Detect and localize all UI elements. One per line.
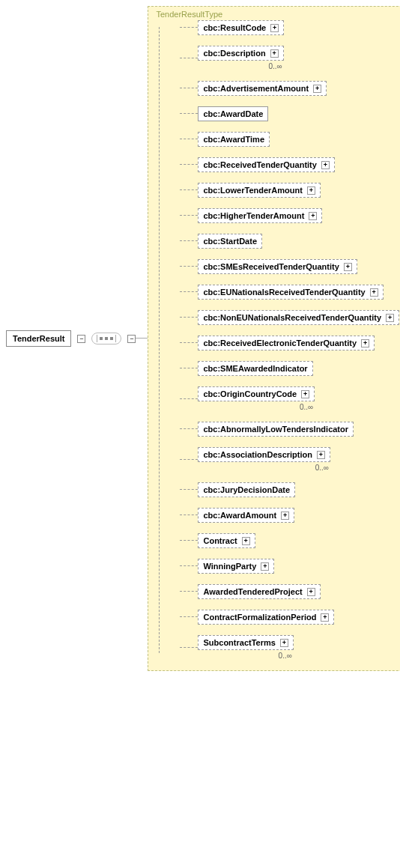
element-label: SubcontractTerms <box>203 638 275 647</box>
element-node[interactable]: cbc:AdvertisementAmount+ <box>198 81 327 96</box>
expand-icon[interactable]: + <box>370 288 378 297</box>
element-node[interactable]: cbc:AwardTime <box>198 132 270 147</box>
cardinality-label: 0..∞ <box>279 652 294 660</box>
element-node[interactable]: WinningParty+ <box>198 559 274 574</box>
expand-icon[interactable]: + <box>301 390 309 398</box>
element-node[interactable]: cbc:OriginCountryCode+ <box>198 386 315 401</box>
type-label: TenderResultType <box>156 10 222 19</box>
expand-icon[interactable]: + <box>321 161 330 169</box>
element-node[interactable]: SubcontractTerms+ <box>198 635 293 650</box>
element-label: cbc:ResultCode <box>203 23 266 32</box>
element-node[interactable]: cbc:ReceivedTenderQuantity+ <box>198 157 334 172</box>
expand-icon[interactable]: + <box>270 24 279 32</box>
root-connector: − − <box>77 333 148 345</box>
element-node[interactable]: AwardedTenderedProject+ <box>198 584 320 599</box>
node-wrap: cbc:AbnormallyLowTendersIndicator <box>198 422 354 437</box>
element-label: cbc:SMEAwardedIndicator <box>203 364 307 373</box>
element-node[interactable]: cbc:NonEUNationalsReceivedTenderQuantity… <box>198 310 399 325</box>
child-row: cbc:ReceivedTenderQuantity+ <box>180 157 400 172</box>
element-node[interactable]: cbc:EUNationalsReceivedTenderQuantity+ <box>198 285 383 300</box>
element-node[interactable]: Contract+ <box>198 533 255 548</box>
connector-line <box>180 317 198 318</box>
child-row: cbc:ReceivedElectronicTenderQuantity+ <box>180 336 400 350</box>
child-row: AwardedTenderedProject+ <box>180 584 400 599</box>
connector-line <box>180 27 198 28</box>
expand-icon[interactable]: + <box>309 212 317 220</box>
element-node[interactable]: cbc:StartDate <box>198 234 262 249</box>
element-label: WinningParty <box>203 562 256 571</box>
expand-icon[interactable]: + <box>307 588 315 596</box>
expand-icon[interactable]: + <box>307 186 315 195</box>
element-label: cbc:AssociationDescription <box>203 450 312 459</box>
connector-line <box>180 58 198 59</box>
child-row: WinningParty+ <box>180 559 400 574</box>
connector-line <box>180 240 198 242</box>
element-label: cbc:AwardDate <box>203 109 263 118</box>
element-node[interactable]: cbc:ReceivedElectronicTenderQuantity+ <box>198 336 375 350</box>
element-node[interactable]: cbc:SMEsReceivedTenderQuantity+ <box>198 259 357 274</box>
child-row: Contract+ <box>180 533 400 548</box>
child-row: SubcontractTerms+0..∞ <box>180 635 400 660</box>
child-row: cbc:SMEAwardedIndicator <box>180 361 400 376</box>
expand-icon[interactable]: + <box>270 49 279 58</box>
expand-icon[interactable]: + <box>280 639 288 647</box>
node-wrap: cbc:AdvertisementAmount+ <box>198 81 327 96</box>
element-node[interactable]: cbc:AssociationDescription+ <box>198 447 330 462</box>
element-label: cbc:EUNationalsReceivedTenderQuantity <box>203 288 365 297</box>
element-label: cbc:AwardAmount <box>203 511 276 520</box>
root-element-node[interactable]: TenderResult <box>6 330 71 347</box>
element-label: cbc:ReceivedElectronicTenderQuantity <box>203 339 357 347</box>
child-row: cbc:LowerTenderAmount+ <box>180 183 400 198</box>
element-node[interactable]: cbc:LowerTenderAmount+ <box>198 183 320 198</box>
expand-icon[interactable]: + <box>281 512 289 520</box>
cardinality-label: 0..∞ <box>300 403 315 411</box>
node-wrap: cbc:LowerTenderAmount+ <box>198 183 320 198</box>
element-label: cbc:StartDate <box>203 237 257 246</box>
element-node[interactable]: cbc:SMEAwardedIndicator <box>198 361 312 376</box>
connector-line <box>180 616 198 618</box>
element-label: Contract <box>203 536 237 545</box>
child-row: cbc:OriginCountryCode+0..∞ <box>180 386 400 411</box>
element-node[interactable]: ContractFormalizationPeriod+ <box>198 610 334 625</box>
element-label: cbc:SMEsReceivedTenderQuantity <box>203 262 339 271</box>
element-node[interactable]: cbc:HigherTenderAmount+ <box>198 208 322 223</box>
expand-icon[interactable]: + <box>242 537 250 545</box>
schema-diagram: TenderResult − − TenderResultType cbc:Re… <box>6 6 400 671</box>
element-label: AwardedTenderedProject <box>203 587 302 596</box>
type-container: TenderResultType cbc:ResultCode+cbc:Desc… <box>148 6 400 671</box>
connector-line <box>180 368 198 369</box>
child-row: cbc:NonEUNationalsReceivedTenderQuantity… <box>180 310 400 325</box>
sequence-compositor[interactable] <box>91 333 121 345</box>
connector-line <box>180 398 198 400</box>
expand-icon[interactable]: + <box>361 339 369 347</box>
element-label: cbc:ReceivedTenderQuantity <box>203 160 316 169</box>
element-node[interactable]: cbc:JuryDecisionDate <box>198 482 295 497</box>
node-wrap: cbc:NonEUNationalsReceivedTenderQuantity… <box>198 310 399 325</box>
expand-icon[interactable]: + <box>313 85 321 93</box>
expand-icon[interactable]: + <box>386 314 394 322</box>
element-node[interactable]: cbc:AwardAmount+ <box>198 508 294 523</box>
node-wrap: cbc:Description+0..∞ <box>198 46 283 70</box>
child-row: cbc:JuryDecisionDate <box>180 482 400 497</box>
expand-icon[interactable]: + <box>344 263 352 271</box>
element-label: cbc:AbnormallyLowTendersIndicator <box>203 425 348 434</box>
node-wrap: AwardedTenderedProject+ <box>198 584 320 599</box>
cardinality-label: 0..∞ <box>315 464 330 472</box>
expand-icon[interactable]: − <box>127 335 136 343</box>
cardinality-label: 0..∞ <box>268 62 283 70</box>
collapse-icon[interactable]: − <box>77 335 85 343</box>
element-node[interactable]: cbc:AbnormallyLowTendersIndicator <box>198 422 354 437</box>
child-row: cbc:EUNationalsReceivedTenderQuantity+ <box>180 285 400 300</box>
expand-icon[interactable]: + <box>321 613 329 622</box>
connector-line <box>180 164 198 166</box>
expand-icon[interactable]: + <box>261 562 269 571</box>
expand-icon[interactable]: + <box>317 451 325 459</box>
element-node[interactable]: cbc:AwardDate <box>198 106 268 121</box>
node-wrap: cbc:OriginCountryCode+0..∞ <box>198 386 315 411</box>
connector-line <box>180 266 198 267</box>
node-wrap: cbc:ReceivedElectronicTenderQuantity+ <box>198 336 375 350</box>
node-wrap: SubcontractTerms+0..∞ <box>198 635 293 660</box>
element-node[interactable]: cbc:Description+ <box>198 46 283 61</box>
element-label: cbc:JuryDecisionDate <box>203 485 290 494</box>
element-node[interactable]: cbc:ResultCode+ <box>198 20 284 35</box>
